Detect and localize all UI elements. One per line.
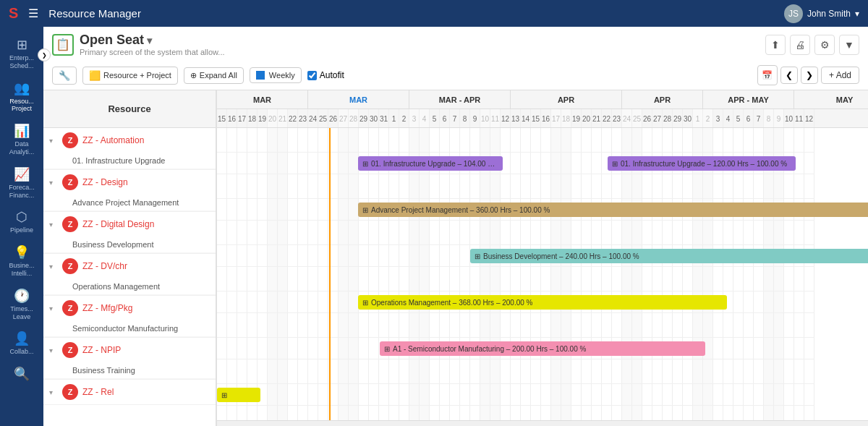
- bar-label: A1 - Semiconductor Manufacturing – 200.0…: [393, 345, 586, 353]
- search-icon: 🔍: [14, 366, 30, 382]
- bar-label: Business Development – 240.00 Hrs – 100.…: [483, 252, 639, 260]
- autofit-checkbox-label[interactable]: Autofit: [307, 70, 344, 80]
- page-icon: 📋: [52, 34, 74, 56]
- resource-group-row-digital-design[interactable]: ▾ Z ZZ - Digital Design: [43, 212, 216, 237]
- resource-group-digital-design: ▾ Z ZZ - Digital Design Business Develop…: [43, 212, 216, 254]
- hamburger-menu[interactable]: ☰: [28, 7, 38, 20]
- sidebar-item-pipeline[interactable]: ⬡ Pipeline: [0, 205, 43, 239]
- gantt-bar[interactable]: ⊞A1 - Semiconductor Manufacturing – 200.…: [380, 341, 705, 356]
- sub-header: 📋 Open Seat ▾ Primary screen of the syst…: [43, 27, 868, 90]
- left-sidebar: ❯ ⊞ Enterp...Sched... 👥 Resou...Project …: [0, 27, 43, 426]
- bar-label: Advance Project Management – 360.00 Hrs …: [371, 206, 550, 214]
- collapse-icon-rel: ▾: [49, 388, 58, 396]
- task-row-semiconductor: Semiconductor Manufacturing: [43, 320, 216, 337]
- export-icon-btn[interactable]: ⬆: [765, 35, 786, 55]
- bottom-scrollbar[interactable]: [217, 420, 868, 426]
- sidebar-item-enterprise-sched[interactable]: ⊞ Enterp...Sched...: [0, 33, 43, 74]
- expand-all-btn[interactable]: ⊕ Expand All: [184, 67, 244, 84]
- gantt-bar[interactable]: ⊞Advance Project Management – 360.00 Hrs…: [358, 203, 868, 217]
- resource-group-row-dvchr[interactable]: ▾ Z ZZ - DV/chr: [43, 254, 216, 278]
- gantt-task-row[interactable]: ⊞Operations Management – 368.00 Hrs – 20…: [217, 291, 814, 313]
- gantt-bar[interactable]: ⊞01. Infrastructure Upgrade – 120.00 Hrs…: [608, 156, 796, 171]
- view-mode-btn[interactable]: 🟨 Resource + Project: [82, 67, 178, 85]
- collapse-icon-mfgpkg: ▾: [49, 304, 58, 312]
- avatar-automation: Z: [62, 132, 78, 148]
- business-intelli-icon: 💡: [14, 244, 30, 260]
- resource-name-rel: ZZ - Rel: [82, 387, 114, 397]
- filter-icon-btn[interactable]: ▼: [839, 35, 859, 55]
- weekly-btn[interactable]: Weekly: [250, 67, 302, 83]
- wrench-btn[interactable]: 🔧: [52, 67, 77, 85]
- bar-label: Operations Management – 368.00 Hrs – 200…: [371, 299, 532, 307]
- gantt-task-row[interactable]: ⊞01. Infrastructure Upgrade – 104.00 Hrs…: [217, 153, 814, 174]
- autofit-label: Autofit: [320, 70, 344, 80]
- resource-body: ▾ Z ZZ - Automation 01. Infrastructure U…: [43, 128, 216, 426]
- gantt-group-row-zz-mfgpkg: [217, 313, 814, 338]
- gantt-months-row: MARMARMAR - APRAPRAPRAPR - MAYMAYMAY: [217, 90, 868, 109]
- collapse-icon-npip: ▾: [49, 346, 58, 354]
- gantt-bar[interactable]: ⊞: [217, 388, 260, 402]
- enterprise-sched-icon: ⊞: [17, 37, 27, 53]
- gantt-task-row[interactable]: ⊞A1 - Semiconductor Manufacturing – 200.…: [217, 338, 814, 359]
- resource-group-rel: ▾ Z ZZ - Rel: [43, 380, 216, 405]
- next-btn[interactable]: ❯: [801, 67, 818, 84]
- task-row-advance-pm: Advance Project Management: [43, 195, 216, 211]
- app-title: Resource Manager: [48, 7, 777, 20]
- gantt-task-row[interactable]: ⊞Business Development – 240.00 Hrs – 100…: [217, 245, 814, 267]
- view-icon: 🟨: [89, 70, 101, 81]
- resource-name-dvchr: ZZ - DV/chr: [82, 261, 127, 271]
- expand-all-label: Expand All: [200, 71, 237, 80]
- sidebar-item-search[interactable]: 🔍: [0, 362, 43, 386]
- sidebar-collapse-btn[interactable]: ❯: [38, 48, 51, 61]
- task-row-business-training: Business Training: [43, 362, 216, 379]
- bar-icon: ⊞: [475, 252, 480, 260]
- gantt-group-row-zz-dvchr: [217, 267, 814, 291]
- sidebar-item-business-intelli[interactable]: 💡 Busine...Intelli...: [0, 240, 43, 282]
- app-logo: S: [9, 5, 18, 22]
- prev-btn[interactable]: ❮: [780, 67, 798, 84]
- sidebar-item-forecast-finance[interactable]: 📈 Foreca...Financ...: [0, 162, 43, 204]
- resource-column-header: Resource: [43, 90, 216, 128]
- page-title: Open Seat ▾: [80, 33, 225, 48]
- resource-name-mfgpkg: ZZ - Mfg/Pkg: [82, 303, 132, 313]
- resource-group-row-rel[interactable]: ▾ Z ZZ - Rel: [43, 380, 216, 404]
- resource-group-row-automation[interactable]: ▾ Z ZZ - Automation: [43, 128, 216, 153]
- gantt-body[interactable]: ⊞01. Infrastructure Upgrade – 104.00 Hrs…: [217, 128, 868, 420]
- sidebar-item-collab[interactable]: 👤 Collab...: [0, 326, 43, 360]
- avatar-digital-design: Z: [62, 216, 78, 232]
- resource-group-row-mfgpkg[interactable]: ▾ Z ZZ - Mfg/Pkg: [43, 296, 216, 320]
- collapse-icon-dvchr: ▾: [49, 263, 58, 270]
- add-button[interactable]: + Add: [821, 67, 859, 84]
- bar-icon: ⊞: [612, 160, 618, 168]
- forecast-finance-icon: 📈: [14, 166, 30, 182]
- gantt-header: MARMARMAR - APRAPRAPRAPR - MAYMAYMAY 151…: [217, 90, 868, 128]
- avatar-rel: Z: [62, 384, 78, 400]
- page-title-dropdown[interactable]: ▾: [147, 35, 152, 46]
- content-area: 📋 Open Seat ▾ Primary screen of the syst…: [43, 27, 868, 426]
- resource-group-row-design[interactable]: ▾ Z ZZ - Design: [43, 170, 216, 195]
- avatar-mfgpkg: Z: [62, 300, 78, 316]
- collapse-icon-digital-design: ▾: [49, 221, 58, 229]
- settings-icon-btn[interactable]: ⚙: [814, 35, 835, 55]
- sidebar-item-data-analytics[interactable]: 📊 DataAnalyti...: [0, 119, 43, 161]
- sidebar-item-times-leave[interactable]: 🕐 Times...Leave: [0, 284, 43, 325]
- resource-group-mfgpkg: ▾ Z ZZ - Mfg/Pkg Semiconductor Manufactu…: [43, 296, 216, 338]
- calendar-icon-btn[interactable]: 📅: [757, 65, 778, 85]
- resource-group-dvchr: ▾ Z ZZ - DV/chr Operations Management: [43, 254, 216, 296]
- user-menu[interactable]: JS John Smith ▾: [784, 4, 859, 23]
- gantt-bar[interactable]: ⊞Business Development – 240.00 Hrs – 100…: [470, 249, 868, 263]
- resource-group-row-npip[interactable]: ▾ Z ZZ - NPIP: [43, 338, 216, 362]
- gantt-bar[interactable]: ⊞01. Infrastructure Upgrade – 104.00 Hrs…: [358, 156, 503, 171]
- gantt-group-row-zz-automation: [217, 128, 814, 153]
- page-actions: ⬆ 🖨 ⚙ ▼: [765, 35, 859, 55]
- print-icon-btn[interactable]: 🖨: [790, 35, 810, 55]
- sidebar-item-resource-project[interactable]: 👥 Resou...Project: [0, 76, 43, 118]
- autofit-checkbox[interactable]: [307, 71, 317, 80]
- pipeline-label: Pipeline: [10, 226, 33, 234]
- gantt-task-row[interactable]: ⊞Advance Project Management – 360.00 Hrs…: [217, 199, 814, 221]
- gantt-chart: MARMARMAR - APRAPRAPRAPR - MAYMAYMAY 151…: [217, 90, 868, 426]
- gantt-task-row[interactable]: ⊞: [217, 384, 814, 406]
- pipeline-icon: ⬡: [16, 209, 27, 225]
- bar-label: 01. Infrastructure Upgrade – 120.00 Hrs …: [621, 160, 787, 168]
- gantt-bar[interactable]: ⊞Operations Management – 368.00 Hrs – 20…: [358, 295, 727, 310]
